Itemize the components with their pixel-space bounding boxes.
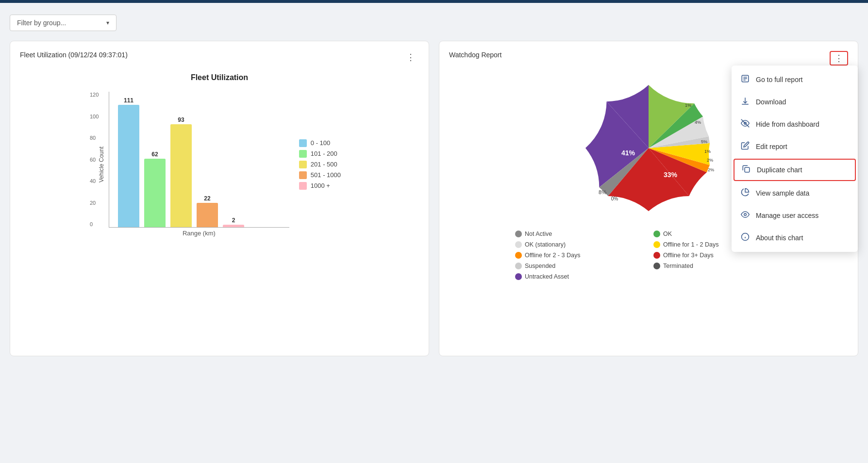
menu-download-label: Download <box>756 98 786 106</box>
top-bar <box>0 0 868 3</box>
legend-ok-stationary: OK (stationary) <box>515 241 644 248</box>
svg-text:41%: 41% <box>621 149 635 157</box>
charts-container: Fleet Utilization (09/12/24 09:37:01) ⋮ … <box>10 41 858 356</box>
svg-text:0%: 0% <box>611 196 618 201</box>
menu-hide-label: Hide from dashboard <box>756 120 819 128</box>
watchdog-menu-button[interactable]: ⋮ <box>830 51 848 66</box>
bar-chart-title: Fleet Utilization <box>191 73 248 82</box>
y-ticks: 120 100 80 60 40 20 0 <box>90 92 99 227</box>
legend-item: 1000 + <box>299 182 341 190</box>
bar-chart-plot: 120 100 80 60 40 20 0 111 <box>109 92 289 228</box>
bar-501-1000: 22 <box>197 195 218 227</box>
menu-duplicate-chart[interactable]: Duplicate chart <box>734 159 856 181</box>
eye-icon <box>740 210 750 221</box>
svg-text:2%: 2% <box>707 158 713 163</box>
menu-view-sample-data[interactable]: View sample data <box>732 182 858 204</box>
edit-icon <box>740 141 750 152</box>
legend-not-active: Not Active <box>515 231 644 237</box>
report-icon <box>740 74 750 85</box>
svg-text:33%: 33% <box>664 171 678 179</box>
context-menu: Go to full report Download Hide from das… <box>732 66 858 252</box>
filter-placeholder: Filter by group... <box>17 19 66 27</box>
bar-101-200: 62 <box>144 151 166 227</box>
legend-item: 201 - 500 <box>299 161 341 168</box>
bars-group: 111 62 93 2 <box>113 92 249 227</box>
pie-chart-svg: 41% 8% 0% 33% 2% 2% 1% 5% 4% 1% <box>571 70 726 226</box>
menu-go-to-full-report-label: Go to full report <box>756 76 803 83</box>
legend-terminated: Terminated <box>653 263 782 269</box>
svg-text:8%: 8% <box>599 189 606 195</box>
download-icon <box>740 97 750 107</box>
svg-point-18 <box>744 214 747 216</box>
watchdog-card: Watchdog Report ⋮ <box>439 41 858 356</box>
menu-edit-report[interactable]: Edit report <box>732 135 858 158</box>
info-icon <box>740 232 750 243</box>
legend-suspended: Suspended <box>515 263 644 269</box>
menu-edit-label: Edit report <box>756 143 787 150</box>
watchdog-card-header: Watchdog Report ⋮ <box>449 51 848 66</box>
menu-duplicate-label: Duplicate chart <box>757 166 802 174</box>
svg-rect-17 <box>745 167 750 172</box>
legend-untracked: Untracked Asset <box>515 273 644 280</box>
svg-text:4%: 4% <box>695 120 701 125</box>
legend-offline-2-3: Offline for 2 - 3 Days <box>515 252 644 259</box>
bar-1000plus: 2 <box>223 217 244 227</box>
fleet-utilization-card: Fleet Utilization (09/12/24 09:37:01) ⋮ … <box>10 41 429 356</box>
filter-by-group[interactable]: Filter by group... ▾ <box>10 15 117 31</box>
y-axis-label: Vehicle Count <box>98 92 105 237</box>
bar-chart-legend: 0 - 100 101 - 200 201 - 500 501 - 1000 <box>299 92 341 237</box>
fleet-card-header: Fleet Utilization (09/12/24 09:37:01) ⋮ <box>20 51 419 64</box>
watchdog-chart-title: Watchdog Report <box>449 51 501 59</box>
menu-about-this-chart[interactable]: About this chart <box>732 227 858 249</box>
bar-chart-area: Fleet Utilization Vehicle Count 120 100 … <box>20 68 419 242</box>
svg-text:1%: 1% <box>704 149 711 154</box>
x-axis-label: Range (km) <box>109 230 289 237</box>
menu-view-sample-label: View sample data <box>756 189 809 197</box>
legend-item: 0 - 100 <box>299 139 341 147</box>
fleet-menu-button[interactable]: ⋮ <box>402 51 419 64</box>
svg-text:2%: 2% <box>708 167 714 172</box>
bar-201-500: 93 <box>170 116 192 227</box>
hide-icon <box>740 119 750 130</box>
filter-bar: Filter by group... ▾ <box>10 15 858 31</box>
menu-manage-access-label: Manage user access <box>756 212 818 219</box>
menu-hide-from-dashboard[interactable]: Hide from dashboard <box>732 113 858 135</box>
menu-go-to-full-report[interactable]: Go to full report <box>732 68 858 91</box>
menu-download[interactable]: Download <box>732 91 858 113</box>
duplicate-icon <box>741 165 751 175</box>
fleet-chart-title: Fleet Utilization (09/12/24 09:37:01) <box>20 51 128 59</box>
sample-data-icon <box>740 188 750 198</box>
svg-text:1%: 1% <box>685 103 691 108</box>
legend-offline-3plus: Offline for 3+ Days <box>653 252 782 259</box>
legend-item: 101 - 200 <box>299 150 341 158</box>
menu-manage-user-access[interactable]: Manage user access <box>732 204 858 227</box>
svg-text:5%: 5% <box>701 139 707 144</box>
legend-item: 501 - 1000 <box>299 171 341 179</box>
bar-0-100: 111 <box>118 97 139 227</box>
menu-about-label: About this chart <box>756 234 803 242</box>
filter-chevron: ▾ <box>106 19 109 26</box>
